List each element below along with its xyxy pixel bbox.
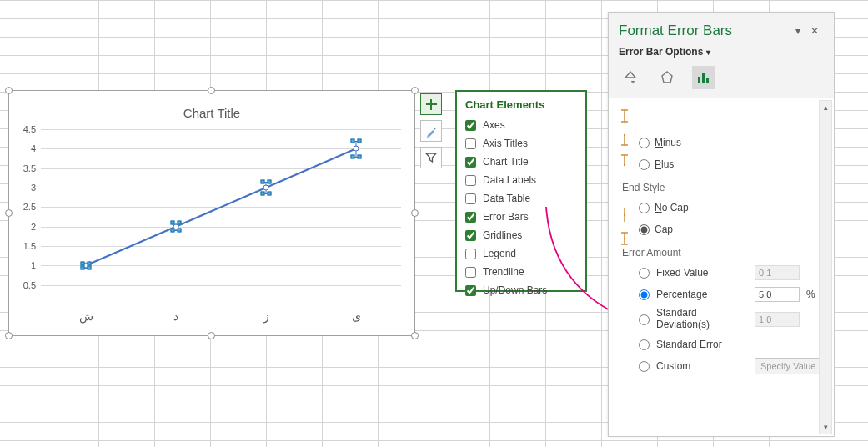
y-axis-tick: 3.5 xyxy=(11,163,36,173)
chart-element-label: Legend xyxy=(483,248,516,259)
scroll-down-icon[interactable]: ▾ xyxy=(820,420,831,434)
custom-radio[interactable] xyxy=(639,361,650,372)
selection-handle[interactable] xyxy=(171,221,175,225)
selection-handle[interactable] xyxy=(351,139,355,143)
stderr-label: Standard Error xyxy=(656,339,748,350)
chart-element-item[interactable]: Legend xyxy=(465,244,577,263)
chart-element-label: Error Bars xyxy=(483,211,529,223)
chart-element-item[interactable]: Trendline xyxy=(465,263,577,281)
custom-label: Custom xyxy=(656,360,748,372)
resize-handle[interactable] xyxy=(411,209,419,217)
plus-direction-icon xyxy=(617,153,632,171)
chart-element-checkbox[interactable] xyxy=(465,267,476,278)
bar-options-tab-icon[interactable] xyxy=(692,66,715,89)
cap-radio[interactable] xyxy=(639,224,650,235)
selection-handle[interactable] xyxy=(268,192,272,196)
stderr-radio[interactable] xyxy=(639,339,650,350)
no-cap-radio[interactable] xyxy=(639,203,650,213)
chart-element-checkbox[interactable] xyxy=(465,120,476,131)
chart-element-item[interactable]: Data Labels xyxy=(465,171,577,189)
specify-value-button[interactable]: Specify Value xyxy=(755,358,821,374)
fixed-value-label: Fixed Value xyxy=(656,267,748,279)
chart-element-checkbox[interactable] xyxy=(465,175,476,186)
stddev-radio[interactable] xyxy=(639,314,650,325)
resize-handle[interactable] xyxy=(411,87,419,94)
selection-handle[interactable] xyxy=(358,139,362,143)
chart-element-label: Chart Title xyxy=(483,156,529,168)
chart-object[interactable]: Chart Title 0.511.522.533.544.5شدزی xyxy=(8,90,415,336)
chart-element-item[interactable]: Error Bars xyxy=(465,208,577,226)
chart-styles-button[interactable] xyxy=(420,120,442,142)
stddev-input[interactable] xyxy=(755,312,800,327)
chart-element-item[interactable]: Gridlines xyxy=(465,226,577,244)
svg-rect-2 xyxy=(702,73,705,83)
fill-line-tab-icon[interactable] xyxy=(619,66,642,89)
selection-handle[interactable] xyxy=(178,229,182,233)
chart-flyout xyxy=(420,93,444,173)
percentage-radio[interactable] xyxy=(639,289,650,300)
resize-handle[interactable] xyxy=(411,332,419,339)
chart-elements-button[interactable] xyxy=(420,93,442,115)
chart-element-checkbox[interactable] xyxy=(465,230,476,241)
percentage-input[interactable] xyxy=(755,287,800,302)
close-icon[interactable]: ✕ xyxy=(805,25,824,37)
resize-handle[interactable] xyxy=(208,87,215,94)
y-axis-tick: 4 xyxy=(11,143,36,153)
fixed-value-radio[interactable] xyxy=(639,268,650,279)
selection-handle[interactable] xyxy=(88,265,92,269)
resize-handle[interactable] xyxy=(5,87,13,94)
direction-minus-radio[interactable] xyxy=(639,138,650,148)
chart-filters-button[interactable] xyxy=(420,147,442,168)
chart-element-checkbox[interactable] xyxy=(465,193,476,204)
chart-element-label: Up/Down Bars xyxy=(483,284,547,296)
x-axis-category: ی xyxy=(339,309,373,323)
effects-tab-icon[interactable] xyxy=(655,66,679,89)
pane-body: ▴ ▾ Minus Plus End Style No Cap xyxy=(609,98,834,436)
gridline xyxy=(41,246,401,247)
chart-element-item[interactable]: Axes xyxy=(465,116,577,134)
pane-scrollbar[interactable]: ▴ ▾ xyxy=(819,100,832,434)
selection-handle[interactable] xyxy=(81,265,85,269)
svg-point-14 xyxy=(624,214,625,216)
resize-handle[interactable] xyxy=(208,332,215,339)
chart-element-checkbox[interactable] xyxy=(465,249,476,259)
selection-handle[interactable] xyxy=(268,180,272,184)
resize-handle[interactable] xyxy=(5,332,13,339)
chart-element-checkbox[interactable] xyxy=(465,157,476,168)
chart-elements-heading: Chart Elements xyxy=(465,98,577,111)
no-cap-label: No Cap xyxy=(655,202,689,213)
chart-element-label: Trendline xyxy=(483,266,524,278)
chart-element-checkbox[interactable] xyxy=(465,285,476,296)
selection-handle[interactable] xyxy=(358,154,362,158)
scroll-up-icon[interactable]: ▴ xyxy=(820,101,831,114)
data-point-marker[interactable] xyxy=(263,185,269,191)
stddev-label: Standard Deviation(s) xyxy=(656,308,748,331)
x-axis-category: ز xyxy=(249,309,283,323)
chart-element-checkbox[interactable] xyxy=(465,138,476,149)
chart-element-item[interactable]: Up/Down Bars xyxy=(465,281,577,299)
pane-subtitle[interactable]: Error Bar Options xyxy=(619,46,703,58)
chart-element-item[interactable]: Data Table xyxy=(465,189,577,208)
svg-rect-1 xyxy=(698,77,700,83)
selection-handle[interactable] xyxy=(261,180,265,184)
data-point-marker[interactable] xyxy=(354,146,359,152)
cap-icon xyxy=(617,230,632,249)
chart-element-item[interactable]: Axis Titles xyxy=(465,134,577,153)
plot-area[interactable]: 0.511.522.533.544.5شدزی xyxy=(41,129,401,304)
chart-element-item[interactable]: Chart Title xyxy=(465,153,577,171)
pane-menu-icon[interactable]: ▾ xyxy=(790,25,805,37)
chart-element-checkbox[interactable] xyxy=(465,212,476,223)
format-error-bars-pane: Format Error Bars ▾ ✕ Error Bar Options … xyxy=(608,12,835,437)
no-cap-icon xyxy=(617,207,632,226)
direction-plus-radio[interactable] xyxy=(639,159,650,170)
direction-minus-label: Minus xyxy=(655,137,681,148)
chevron-down-icon[interactable]: ▾ xyxy=(706,48,710,57)
minus-direction-icon xyxy=(617,132,632,149)
selection-handle[interactable] xyxy=(351,154,355,158)
selection-handle[interactable] xyxy=(178,221,182,225)
selection-handle[interactable] xyxy=(171,229,175,233)
chart-title[interactable]: Chart Title xyxy=(9,91,414,120)
fixed-value-input[interactable] xyxy=(755,265,800,280)
gridline xyxy=(41,188,401,188)
selection-handle[interactable] xyxy=(261,192,265,196)
